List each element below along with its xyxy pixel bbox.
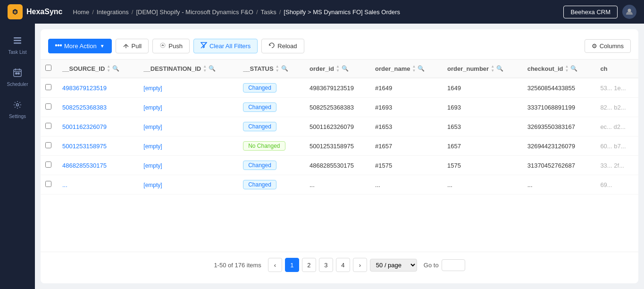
sidebar-item-scheduler[interactable]: Scheduler xyxy=(2,63,33,92)
page-1-button[interactable]: 1 xyxy=(285,258,299,272)
user-avatar[interactable] xyxy=(622,5,636,19)
row-checkbox[interactable] xyxy=(45,84,51,90)
col-checkout-id: checkout_id ▲▼ 🔍 xyxy=(523,60,596,78)
topnav-right: Beehexa CRM xyxy=(563,5,636,19)
filter-status-icon[interactable]: 🔍 xyxy=(281,65,288,72)
select-all-header xyxy=(41,60,58,78)
next-page-button[interactable]: › xyxy=(353,258,367,272)
prev-page-button[interactable]: ‹ xyxy=(268,258,282,272)
col-destination-id: __DESTINATION_ID ▲▼ 🔍 xyxy=(139,60,238,78)
row-order-id: 5001162326079 xyxy=(305,117,370,136)
col-order-id: order_id ▲▼ 🔍 xyxy=(305,60,370,78)
more-action-button[interactable]: More Action ▼ xyxy=(48,39,112,53)
row-order-number: 1693 xyxy=(443,98,523,117)
crm-button[interactable]: Beehexa CRM xyxy=(563,6,618,18)
row-status: No Changed xyxy=(238,136,305,156)
row-destination-id: [empty] xyxy=(139,156,238,175)
row-checkbox-cell xyxy=(41,98,58,117)
select-all-checkbox[interactable] xyxy=(45,65,51,71)
svg-rect-5 xyxy=(14,40,21,42)
row-ch-extra: 33... 2f... xyxy=(595,156,638,175)
row-checkbox[interactable] xyxy=(45,162,51,168)
filter-checkout-id-icon[interactable]: 🔍 xyxy=(570,65,577,72)
row-order-id: 5082525368383 xyxy=(305,98,370,117)
filter-source-id-icon[interactable]: 🔍 xyxy=(112,65,119,72)
columns-icon: ⚙ xyxy=(592,42,597,50)
row-order-number: 1649 xyxy=(443,78,523,98)
row-order-name: #1649 xyxy=(370,78,443,98)
row-order-name: ... xyxy=(370,175,443,195)
table-row: ... [empty] Changed ... ... ... ... 69..… xyxy=(41,175,638,195)
svg-point-13 xyxy=(17,104,19,106)
col-status: __STATUS ▲▼ 🔍 xyxy=(238,60,305,78)
breadcrumb-current: [Shopify > MS Dynamics FO] Sales Orders xyxy=(284,8,400,16)
row-checkout-id: 32560854433855 xyxy=(523,78,596,98)
pagination-bar: 1-50 of 176 items ‹ 1 2 3 4 › 50 / page … xyxy=(41,252,638,278)
settings-icon xyxy=(13,100,22,112)
main-content: More Action ▼ Pull xyxy=(35,24,644,289)
breadcrumb-demo-shopify[interactable]: [DEMO] Shopify - Microsoft Dynamics F&O xyxy=(136,8,253,16)
breadcrumb-home[interactable]: Home xyxy=(73,8,90,16)
layout: Task List Scheduler xyxy=(0,24,644,289)
goto-input[interactable] xyxy=(442,259,465,271)
page-3-button[interactable]: 3 xyxy=(319,258,333,272)
col-source-id: __SOURCE_ID ▲▼ 🔍 xyxy=(58,60,139,78)
filter-order-name-icon[interactable]: 🔍 xyxy=(418,65,425,72)
push-icon xyxy=(159,42,166,50)
row-ch-extra: 60... b7... xyxy=(595,136,638,156)
row-ch-extra: 53... 1e... xyxy=(595,78,638,98)
filter-order-id-icon[interactable]: 🔍 xyxy=(342,65,349,72)
row-checkbox[interactable] xyxy=(45,142,51,148)
row-checkbox[interactable] xyxy=(45,123,51,129)
breadcrumb-tasks[interactable]: Tasks xyxy=(261,8,276,16)
row-source-id: ... xyxy=(58,175,139,195)
table-row: 4983679123519 [empty] Changed 4983679123… xyxy=(41,78,638,98)
filter-dest-id-icon[interactable]: 🔍 xyxy=(209,65,216,72)
table-row: 4868285530175 [empty] Changed 4868285530… xyxy=(41,156,638,175)
svg-point-16 xyxy=(60,45,62,46)
tasklist-icon xyxy=(13,36,22,48)
page-4-button[interactable]: 4 xyxy=(336,258,350,272)
svg-rect-6 xyxy=(14,42,21,44)
reload-button[interactable]: Reload xyxy=(261,39,304,53)
content-area: More Action ▼ Pull xyxy=(41,29,638,283)
table-row: 5001253158975 [empty] No Changed 5001253… xyxy=(41,136,638,156)
row-order-id: ... xyxy=(305,175,370,195)
svg-point-15 xyxy=(56,45,57,46)
columns-button[interactable]: ⚙ Columns xyxy=(585,39,631,53)
row-checkbox[interactable] xyxy=(45,103,51,110)
logo-icon xyxy=(8,4,23,19)
toolbar: More Action ▼ Pull xyxy=(41,35,638,60)
sidebar-item-tasklist[interactable]: Task List xyxy=(2,31,33,60)
row-checkbox[interactable] xyxy=(45,181,51,187)
row-ch-extra: 69... xyxy=(595,175,638,195)
reload-icon xyxy=(268,42,275,50)
row-ch-extra: ec... d2... xyxy=(595,117,638,136)
row-status: Changed xyxy=(238,156,305,175)
table-body: 4983679123519 [empty] Changed 4983679123… xyxy=(41,78,638,195)
logo[interactable]: HexaSync xyxy=(8,4,63,19)
clear-filters-button[interactable]: Clear All Filters xyxy=(193,39,258,53)
page-2-button[interactable]: 2 xyxy=(302,258,316,272)
row-order-name: #1575 xyxy=(370,156,443,175)
data-table: __SOURCE_ID ▲▼ 🔍 __DESTINATION_ID ▲▼ 🔍 xyxy=(41,60,638,195)
page-size-select[interactable]: 50 / page 20 / page 100 / page xyxy=(370,259,417,272)
row-order-id: 5001253158975 xyxy=(305,136,370,156)
pull-icon xyxy=(123,42,129,50)
row-destination-id: [empty] xyxy=(139,175,238,195)
pull-button[interactable]: Pull xyxy=(116,39,149,53)
sidebar-item-settings[interactable]: Settings xyxy=(2,95,33,124)
row-source-id: 5001253158975 xyxy=(58,136,139,156)
row-checkout-id: 33371068891199 xyxy=(523,98,596,117)
push-button[interactable]: Push xyxy=(152,39,190,53)
clear-filters-icon xyxy=(201,42,207,50)
breadcrumb-integrations[interactable]: Integrations xyxy=(97,8,129,16)
row-order-number: 1657 xyxy=(443,136,523,156)
table-row: 5082525368383 [empty] Changed 5082525368… xyxy=(41,98,638,117)
svg-rect-7 xyxy=(14,69,21,76)
more-action-icon xyxy=(55,42,62,50)
filter-order-number-icon[interactable]: 🔍 xyxy=(496,65,503,72)
row-order-name: #1693 xyxy=(370,98,443,117)
sidebar-tasklist-label: Task List xyxy=(8,50,27,55)
row-checkbox-cell xyxy=(41,136,58,156)
